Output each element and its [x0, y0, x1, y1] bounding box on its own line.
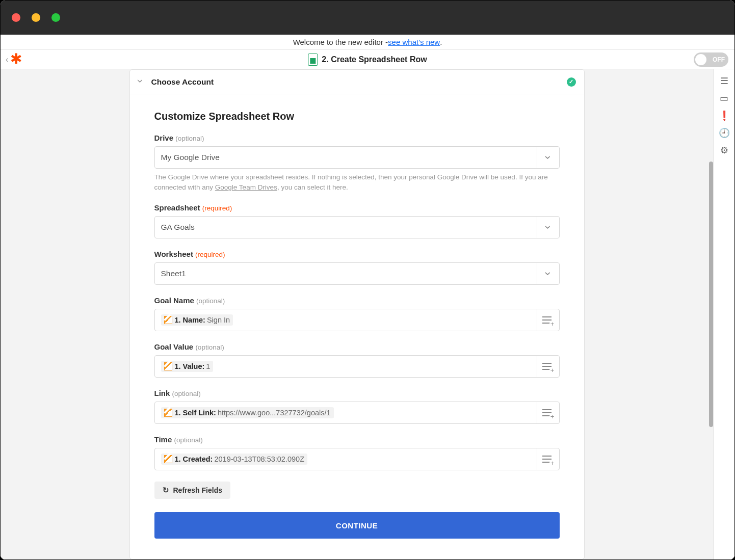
- titlebar: [1, 1, 734, 35]
- worksheet-dropdown-button[interactable]: [537, 263, 559, 284]
- time-value: 1. Created: 2019-03-13T08:53:02.090Z: [155, 448, 537, 470]
- link-token[interactable]: 1. Self Link: https://www.goo...7327732/…: [161, 407, 334, 418]
- insert-field-icon: [542, 455, 554, 464]
- page-header: ‹ 2. Create Spreadsheet Row OFF: [1, 50, 734, 69]
- close-window-button[interactable]: [12, 13, 20, 22]
- refresh-icon: [163, 486, 169, 495]
- goalvalue-value: 1. Value: 1: [155, 356, 537, 377]
- link-insert-button[interactable]: [537, 402, 559, 423]
- spreadsheet-field: Spreadsheet (required) GA Goals: [154, 203, 560, 238]
- check-complete-icon: [567, 77, 576, 87]
- spreadsheet-select[interactable]: GA Goals: [154, 216, 560, 238]
- team-drives-link[interactable]: Google Team Drives: [215, 183, 277, 191]
- insert-field-icon: [542, 315, 554, 325]
- link-input[interactable]: 1. Self Link: https://www.goo...7327732/…: [154, 402, 560, 424]
- rail-guide-icon[interactable]: ▭: [717, 91, 732, 106]
- section-heading: Customize Spreadsheet Row: [154, 111, 560, 122]
- goalname-token[interactable]: 1. Name: Sign In: [161, 314, 233, 326]
- drive-dropdown-button[interactable]: [537, 147, 559, 168]
- page-title: 2. Create Spreadsheet Row: [322, 55, 427, 64]
- goalvalue-input[interactable]: 1. Value: 1: [154, 355, 560, 378]
- time-field: Time (optional) 1. Created: 2019-03-13T0…: [154, 435, 560, 470]
- page-body: Choose Account Customize Spreadsheet Row…: [1, 69, 734, 559]
- minimize-window-button[interactable]: [32, 13, 40, 22]
- spreadsheet-value: GA Goals: [155, 217, 537, 238]
- google-analytics-icon: [164, 362, 172, 370]
- welcome-banner: Welcome to the new editor - see what's n…: [1, 35, 734, 50]
- time-label: Time (optional): [154, 435, 560, 444]
- choose-account-title: Choose Account: [151, 77, 214, 87]
- welcome-suffix: .: [440, 38, 442, 46]
- goalname-input[interactable]: 1. Name: Sign In: [154, 309, 560, 331]
- rail-settings-icon[interactable]: ⚙: [717, 143, 732, 158]
- time-input[interactable]: 1. Created: 2019-03-13T08:53:02.090Z: [154, 448, 560, 470]
- step-card: Choose Account Customize Spreadsheet Row…: [129, 69, 585, 559]
- chevron-down-icon: [546, 221, 549, 234]
- goalname-field: Goal Name (optional) 1. Name: Sign In: [154, 296, 560, 331]
- google-analytics-icon: [164, 409, 172, 417]
- refresh-fields-button[interactable]: Refresh Fields: [154, 482, 230, 499]
- traffic-lights: [12, 13, 60, 22]
- choose-account-section[interactable]: Choose Account: [130, 70, 584, 94]
- link-field: Link (optional) 1. Self Link: https://ww…: [154, 389, 560, 424]
- worksheet-select[interactable]: Sheet1: [154, 262, 560, 285]
- scrollbar-thumb[interactable]: [709, 162, 713, 427]
- goalname-label: Goal Name (optional): [154, 296, 560, 305]
- goalname-value: 1. Name: Sign In: [155, 309, 537, 331]
- rail-outline-icon[interactable]: ☰: [717, 73, 732, 89]
- worksheet-label: Worksheet (required): [154, 250, 560, 258]
- worksheet-value: Sheet1: [155, 263, 537, 284]
- toggle-knob: [695, 54, 706, 65]
- app-window: Welcome to the new editor - see what's n…: [0, 0, 735, 560]
- header-title-group: 2. Create Spreadsheet Row: [308, 54, 427, 66]
- time-insert-button[interactable]: [537, 448, 559, 470]
- insert-field-icon: [542, 362, 554, 371]
- chevron-down-icon: [138, 78, 145, 86]
- chevron-down-icon: [546, 267, 549, 280]
- google-analytics-icon: [164, 316, 172, 324]
- continue-button[interactable]: CONTINUE: [154, 512, 560, 539]
- spreadsheet-label: Spreadsheet (required): [154, 203, 560, 212]
- chevron-down-icon: [546, 151, 549, 164]
- goalvalue-field: Goal Value (optional) 1. Value: 1: [154, 342, 560, 378]
- welcome-link[interactable]: see what's new: [388, 38, 440, 46]
- time-token[interactable]: 1. Created: 2019-03-13T08:53:02.090Z: [161, 454, 308, 465]
- rail-alert-icon[interactable]: ❗: [717, 108, 732, 123]
- editor-canvas: Choose Account Customize Spreadsheet Row…: [1, 69, 713, 559]
- goalvalue-insert-button[interactable]: [537, 356, 559, 377]
- insert-field-icon: [542, 408, 554, 417]
- toggle-label: OFF: [713, 56, 725, 63]
- back-caret-icon[interactable]: ‹: [6, 55, 8, 64]
- zap-toggle[interactable]: OFF: [694, 52, 728, 67]
- goalname-insert-button[interactable]: [537, 309, 559, 331]
- drive-helper: The Google Drive where your spreadsheet …: [154, 172, 560, 192]
- welcome-prefix: Welcome to the new editor -: [293, 38, 388, 46]
- google-sheets-icon: [308, 54, 318, 66]
- link-label: Link (optional): [154, 389, 560, 397]
- maximize-window-button[interactable]: [51, 13, 60, 22]
- right-rail: ☰ ▭ ❗ 🕘 ⚙: [713, 69, 734, 559]
- refresh-label: Refresh Fields: [173, 486, 222, 494]
- worksheet-field: Worksheet (required) Sheet1: [154, 250, 560, 285]
- drive-label: Drive (optional): [154, 134, 560, 142]
- spreadsheet-dropdown-button[interactable]: [537, 217, 559, 238]
- zapier-logo-icon[interactable]: [9, 53, 22, 66]
- drive-field: Drive (optional) My Google Drive The Goo…: [154, 134, 560, 192]
- link-value: 1. Self Link: https://www.goo...7327732/…: [155, 402, 537, 423]
- rail-history-icon[interactable]: 🕘: [717, 125, 732, 141]
- google-analytics-icon: [164, 455, 172, 463]
- goalvalue-token[interactable]: 1. Value: 1: [161, 361, 214, 372]
- customize-section: Customize Spreadsheet Row Drive (optiona…: [130, 94, 584, 553]
- drive-select[interactable]: My Google Drive: [154, 146, 560, 169]
- drive-value: My Google Drive: [155, 147, 537, 168]
- goalvalue-label: Goal Value (optional): [154, 342, 560, 351]
